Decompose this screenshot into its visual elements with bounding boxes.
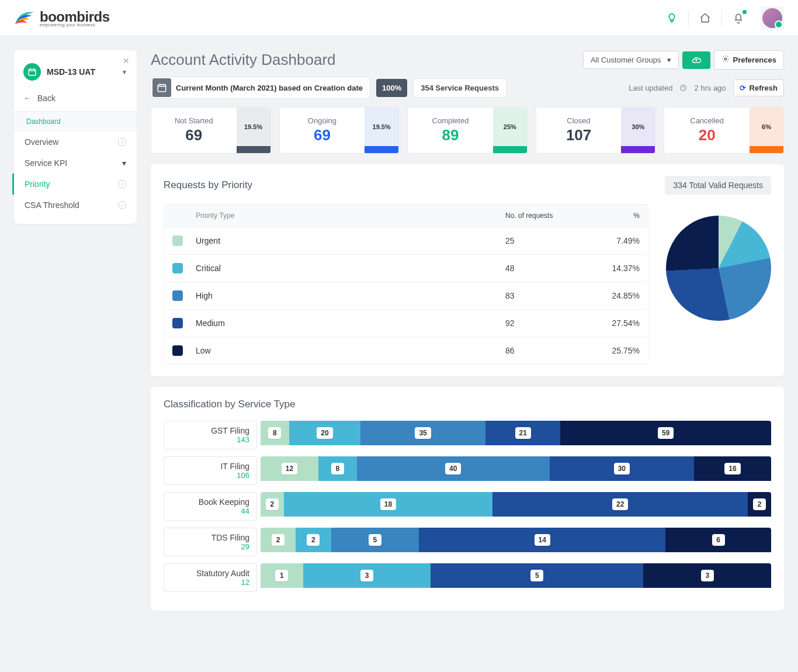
priority-total-badge: 334 Total Valid Requests — [665, 176, 771, 195]
status-card-not-started[interactable]: Not Started6919.5% — [151, 107, 271, 154]
priority-swatch — [172, 345, 183, 356]
service-name: TDS Filing — [171, 533, 249, 542]
sidebar-nav: Dashboard OverviewiService KPI▾Priorityi… — [14, 111, 137, 216]
priority-swatch — [172, 290, 183, 301]
status-bar — [365, 146, 398, 153]
priority-count: 86 — [505, 346, 581, 355]
presence-dot — [775, 20, 783, 29]
export-button[interactable] — [682, 51, 710, 69]
sidebar-item-csa-threshold[interactable]: CSA Thresholdi — [14, 195, 137, 216]
chevron-down-icon: ▾ — [667, 56, 671, 64]
sidebar-item-service-kpi[interactable]: Service KPI▾ — [14, 153, 137, 174]
classification-card: Classification by Service Type GST Filin… — [151, 387, 784, 611]
segment-value: 59 — [658, 427, 674, 439]
segment-value: 8 — [268, 427, 281, 439]
last-updated: Last updated 2 hrs ago ⟳ Refresh — [629, 79, 784, 96]
service-label: Book Keeping44 — [164, 492, 257, 521]
sidebar-item-priority[interactable]: Priorityi — [12, 174, 137, 195]
bar-segment: 16 — [694, 456, 771, 481]
brand-logo: boombirds empowering your business — [14, 8, 110, 29]
back-button[interactable]: ← Back — [14, 89, 137, 111]
bar-segment: 40 — [357, 456, 550, 481]
bar-segment: 8 — [261, 421, 289, 445]
status-value: 107 — [566, 126, 591, 144]
user-avatar[interactable] — [761, 6, 784, 30]
bar-segment: 35 — [360, 421, 485, 445]
status-label: Closed — [567, 116, 590, 125]
sidebar-item-overview[interactable]: Overviewi — [14, 131, 137, 153]
status-value: 69 — [185, 126, 202, 144]
hint-icon[interactable] — [666, 12, 678, 24]
status-label: Ongoing — [308, 116, 336, 125]
status-value: 20 — [699, 126, 716, 144]
priority-table: Priority Type No. of requests % Urgent25… — [164, 204, 648, 365]
service-bar: 128403016 — [261, 456, 771, 485]
svg-rect-0 — [29, 69, 36, 75]
back-label: Back — [37, 93, 55, 103]
service-label: GST Filing143 — [164, 421, 257, 449]
nav-label: CSA Threshold — [25, 200, 79, 210]
date-range-chip[interactable]: Current Month (March 2021) based on Crea… — [151, 77, 370, 99]
divider — [688, 10, 689, 26]
service-row: Statutory Audit121353 — [164, 563, 771, 592]
logo-mark — [14, 8, 35, 29]
priority-pct: 14.37% — [581, 264, 640, 273]
status-bar — [237, 146, 270, 153]
service-label: TDS Filing29 — [164, 528, 257, 556]
home-icon[interactable] — [699, 12, 711, 24]
segment-value: 5 — [369, 534, 381, 546]
table-row: Medium9227.54% — [164, 310, 648, 337]
service-bar: 820352159 — [261, 421, 771, 449]
bar-segment: 21 — [485, 421, 560, 445]
status-label: Cancelled — [690, 116, 724, 125]
updated-ago: 2 hrs ago — [694, 84, 726, 92]
status-pct: 6% — [750, 108, 783, 146]
preferences-label: Preferences — [733, 56, 776, 64]
close-icon[interactable]: ✕ — [123, 56, 130, 65]
service-total: 143 — [171, 435, 249, 444]
classification-title: Classification by Service Type — [164, 399, 771, 410]
brand-name: boombirds — [40, 9, 110, 25]
priority-swatch — [172, 235, 183, 246]
segment-value: 5 — [530, 570, 543, 581]
segment-value: 35 — [415, 427, 431, 439]
status-bar — [493, 146, 527, 153]
total-requests-chip: 354 Service Requests — [413, 78, 506, 98]
page-title: Account Activity Dashboard — [151, 51, 336, 69]
refresh-icon: ⟳ — [740, 84, 746, 92]
bell-icon[interactable] — [733, 12, 744, 24]
divider — [721, 10, 722, 26]
account-selector[interactable]: MSD-13 UAT ▼ — [14, 58, 137, 89]
status-label: Not Started — [175, 116, 213, 125]
customer-group-select[interactable]: All Customer Groups ▾ — [583, 51, 679, 69]
table-row: High8324.85% — [164, 282, 648, 310]
status-card-cancelled[interactable]: Cancelled206% — [664, 107, 784, 154]
service-bar: 218222 — [261, 492, 771, 521]
page-header: Account Activity Dashboard All Customer … — [151, 50, 784, 70]
service-name: GST Filing — [171, 426, 249, 435]
status-pct: 19.5% — [237, 108, 270, 146]
customer-group-label: All Customer Groups — [591, 56, 661, 64]
preferences-button[interactable]: Preferences — [714, 50, 784, 70]
priority-pie-chart — [666, 216, 771, 321]
chevron-down-icon: ▼ — [122, 69, 127, 75]
info-icon: i — [118, 201, 126, 209]
segment-value: 6 — [712, 534, 725, 546]
segment-value: 14 — [535, 534, 550, 546]
refresh-button[interactable]: ⟳ Refresh — [733, 79, 784, 96]
service-name: Statutory Audit — [171, 569, 249, 578]
bar-segment: 59 — [560, 421, 771, 445]
status-card-closed[interactable]: Closed10730% — [536, 107, 656, 154]
bar-segment: 8 — [318, 456, 357, 481]
priority-label: Medium — [196, 318, 505, 328]
table-row: Urgent257.49% — [164, 227, 648, 255]
status-card-ongoing[interactable]: Ongoing6919.5% — [279, 107, 400, 154]
table-header: Priority Type No. of requests % — [164, 205, 648, 227]
status-card-completed[interactable]: Completed8925% — [407, 107, 528, 154]
priority-count: 83 — [505, 291, 581, 300]
bar-segment: 20 — [289, 421, 360, 445]
bar-segment: 6 — [665, 528, 771, 552]
service-bar: 1353 — [261, 563, 771, 592]
bar-segment: 5 — [331, 528, 419, 552]
status-value: 69 — [314, 126, 331, 144]
